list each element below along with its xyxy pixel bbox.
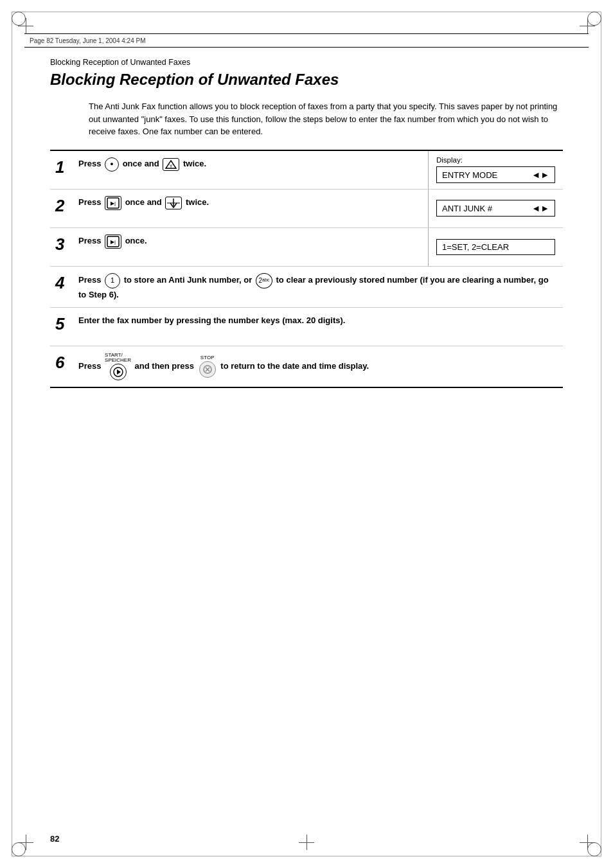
- header-file: Page 82 Tuesday, June 1, 2004 4:24 PM: [30, 37, 146, 44]
- circle-top-left: [12, 12, 26, 26]
- step-3-display-box: 1=SET, 2=CLEAR: [436, 239, 555, 255]
- crosshair-bottom-center: [299, 835, 314, 850]
- svg-text:▶|: ▶|: [111, 239, 116, 245]
- page-number: 82: [50, 834, 59, 844]
- page-title: Blocking Reception of Unwanted Faxes: [50, 71, 563, 89]
- step-2-display-text: ANTI JUNK #: [442, 204, 492, 213]
- step-1-right: Display: ENTRY MODE ◄►: [428, 151, 563, 189]
- step-1-display-box: ENTRY MODE ◄►: [436, 166, 555, 183]
- step-1-left: 1 Press ● once and Y twice.: [50, 151, 428, 189]
- step-6-number: 6: [55, 354, 73, 371]
- one-button-icon: 1: [105, 273, 120, 288]
- step-5-text: Enter the fax number by pressing the num…: [78, 314, 555, 327]
- steps-table: 1 Press ● once and Y twice. Display: ENT…: [50, 150, 563, 389]
- step-2-text: Press ▶| once and: [78, 196, 420, 210]
- step-3-text: Press ▶| once.: [78, 235, 420, 249]
- circle-bottom-left: [12, 842, 26, 856]
- svg-text:Y: Y: [170, 164, 173, 168]
- start-button-icon: [110, 364, 127, 380]
- start-button-wrapper: START/SPEICHER: [105, 353, 131, 380]
- step-1-display-label: Display:: [436, 156, 555, 164]
- step-row-5: 5 Enter the fax number by pressing the n…: [50, 308, 563, 346]
- svg-text:▶|: ▶|: [111, 200, 116, 206]
- step-2-number: 2: [55, 197, 73, 214]
- step-3-display-text: 1=SET, 2=CLEAR: [442, 242, 509, 252]
- circle-top-right: [587, 12, 601, 26]
- step-4-number: 4: [55, 274, 73, 291]
- step-row-3: 3 Press ▶| once. 1=SET, 2=CLEAR: [50, 228, 563, 267]
- step-6-text: Press START/SPEICHER and then press: [78, 353, 555, 380]
- step-row-4: 4 Press 1 to store an Anti Junk number, …: [50, 267, 563, 308]
- svg-marker-9: [117, 369, 121, 375]
- down-arrow-icon-2: [165, 197, 182, 209]
- step-1-display-text: ENTRY MODE: [442, 170, 497, 180]
- step-3-number: 3: [55, 236, 73, 252]
- step-4-text: Press 1 to store an Anti Junk number, or…: [78, 273, 555, 301]
- intro-text: The Anti Junk Fax function allows you to…: [89, 100, 563, 138]
- menu-button-icon-3: ▶|: [105, 235, 121, 249]
- step-row-1: 1 Press ● once and Y twice. Display: ENT…: [50, 151, 563, 190]
- stop-button-wrapper: STOP: [198, 355, 217, 378]
- step-3-left: 3 Press ▶| once.: [50, 228, 428, 266]
- step-6-left: 6 Press START/SPEICHER and then pres: [50, 346, 563, 387]
- start-label-super: START/SPEICHER: [105, 353, 131, 363]
- stop-label-super: STOP: [200, 355, 215, 360]
- two-button-icon: 2abc: [256, 273, 272, 288]
- step-5-number: 5: [55, 315, 73, 332]
- step-row-2: 2 Press ▶| once and: [50, 190, 563, 228]
- step-2-display-box: ANTI JUNK # ◄►: [436, 200, 555, 217]
- step-row-6: 6 Press START/SPEICHER and then pres: [50, 346, 563, 387]
- step-2-right: ANTI JUNK # ◄►: [428, 190, 563, 227]
- step-2-display-arrows: ◄►: [531, 203, 549, 213]
- function-button-icon: ●: [105, 157, 119, 172]
- step-4-left: 4 Press 1 to store an Anti Junk number, …: [50, 267, 563, 308]
- bottom-center-crosshair: [299, 835, 314, 850]
- stop-button-icon: [199, 361, 216, 378]
- step-5-left: 5 Enter the fax number by pressing the n…: [50, 308, 563, 346]
- step-2-left: 2 Press ▶| once and: [50, 190, 428, 227]
- section-label: Blocking Reception of Unwanted Faxes: [50, 58, 190, 67]
- step-1-number: 1: [55, 159, 73, 175]
- header-bar: Page 82 Tuesday, June 1, 2004 4:24 PM: [24, 33, 589, 48]
- step-1-display-arrows: ◄►: [531, 170, 549, 180]
- step-3-right: 1=SET, 2=CLEAR: [428, 228, 563, 266]
- main-content: Blocking Reception of Unwanted Faxes The…: [50, 71, 563, 388]
- up-arrow-icon-1: Y: [163, 158, 179, 171]
- circle-bottom-right: [587, 842, 601, 856]
- step-1-text: Press ● once and Y twice.: [78, 157, 420, 172]
- menu-button-icon-2: ▶|: [105, 196, 121, 210]
